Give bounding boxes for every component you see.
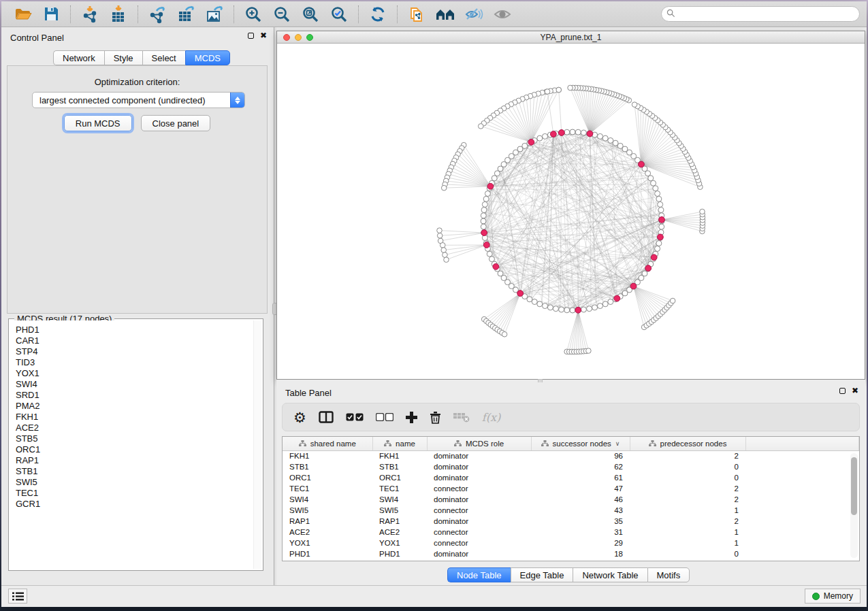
- network-node[interactable]: [537, 135, 543, 141]
- select-all-columns-button[interactable]: [346, 413, 364, 421]
- tab-edge-table[interactable]: Edge Table: [511, 567, 573, 582]
- network-node[interactable]: [597, 133, 602, 139]
- table-cell[interactable]: SWI4: [372, 494, 427, 505]
- table-cell[interactable]: 96: [531, 450, 630, 461]
- table-cell[interactable]: [745, 494, 859, 505]
- mcds-result-item[interactable]: FKH1: [16, 412, 253, 423]
- mcds-hub-node[interactable]: [575, 307, 581, 313]
- table-cell[interactable]: [745, 548, 859, 559]
- network-node[interactable]: [700, 209, 705, 214]
- table-cell[interactable]: FKH1: [372, 450, 427, 461]
- network-node[interactable]: [489, 257, 494, 262]
- zoom-fit-button[interactable]: [296, 3, 325, 25]
- mcds-hub-node[interactable]: [550, 131, 556, 137]
- close-panel-button-mcds[interactable]: Close panel: [141, 115, 211, 131]
- network-node[interactable]: [492, 176, 497, 181]
- mcds-hub-node[interactable]: [487, 183, 494, 189]
- mcds-hub-node[interactable]: [630, 283, 637, 289]
- network-node[interactable]: [532, 299, 537, 305]
- zoom-out-button[interactable]: [268, 3, 296, 25]
- table-cell[interactable]: connector: [427, 527, 531, 538]
- network-node[interactable]: [437, 233, 443, 239]
- network-node[interactable]: [553, 306, 558, 312]
- first-neighbors-button[interactable]: [431, 3, 460, 25]
- network-node[interactable]: [592, 305, 598, 310]
- column-header-successor-nodes[interactable]: successor nodes∨: [531, 437, 630, 450]
- mcds-hub-node[interactable]: [517, 291, 524, 297]
- network-node[interactable]: [481, 224, 486, 229]
- network-node[interactable]: [613, 140, 618, 146]
- export-network-button[interactable]: [143, 3, 172, 25]
- mcds-result-item[interactable]: PHD1: [16, 325, 253, 335]
- table-cell[interactable]: 29: [531, 538, 630, 548]
- network-node[interactable]: [581, 307, 586, 312]
- network-node[interactable]: [527, 297, 532, 302]
- table-cell[interactable]: 47: [531, 483, 630, 494]
- table-cell[interactable]: PHD1: [283, 548, 372, 559]
- mcds-hub-node[interactable]: [558, 130, 564, 136]
- table-cell[interactable]: [745, 538, 859, 548]
- mcds-hub-node[interactable]: [657, 234, 663, 240]
- table-cell[interactable]: 2: [630, 516, 745, 527]
- network-node[interactable]: [570, 129, 575, 135]
- network-node[interactable]: [608, 299, 613, 305]
- tab-node-table[interactable]: Node Table: [447, 567, 511, 582]
- table-cell[interactable]: dominator: [427, 494, 531, 505]
- deselect-all-columns-button[interactable]: [376, 413, 393, 421]
- table-cell[interactable]: 2: [630, 483, 745, 494]
- table-cell[interactable]: [745, 461, 859, 472]
- hide-selected-button[interactable]: [460, 3, 488, 25]
- mcds-hub-node[interactable]: [528, 139, 534, 146]
- table-cell[interactable]: connector: [427, 538, 531, 548]
- table-cell[interactable]: [745, 516, 859, 527]
- table-row[interactable]: PHD1PHD1dominator180: [283, 548, 859, 559]
- mcds-result-item[interactable]: GCR1: [16, 499, 253, 510]
- mcds-result-item[interactable]: YOX1: [16, 368, 253, 379]
- show-panels-menu-button[interactable]: [8, 589, 27, 604]
- refresh-layout-button[interactable]: [364, 3, 392, 25]
- mcds-result-item[interactable]: STB5: [16, 433, 253, 444]
- network-node[interactable]: [543, 303, 548, 309]
- network-node[interactable]: [564, 308, 570, 313]
- zoom-selected-button[interactable]: [325, 3, 353, 25]
- network-node[interactable]: [570, 308, 575, 313]
- table-cell[interactable]: dominator: [427, 450, 531, 461]
- mcds-hub-node[interactable]: [639, 161, 645, 167]
- mcds-hub-node[interactable]: [483, 242, 489, 248]
- mcds-result-item[interactable]: SWI4: [16, 379, 253, 390]
- table-cell[interactable]: 0: [630, 472, 745, 483]
- network-node[interactable]: [659, 224, 664, 229]
- memory-button[interactable]: Memory: [805, 589, 861, 604]
- table-cell[interactable]: RAP1: [283, 516, 372, 527]
- network-node[interactable]: [478, 124, 483, 129]
- tab-select[interactable]: Select: [142, 50, 185, 65]
- network-node[interactable]: [441, 248, 447, 253]
- network-node[interactable]: [556, 87, 562, 93]
- mcds-hub-node[interactable]: [481, 230, 487, 236]
- mcds-result-item[interactable]: RAP1: [16, 455, 253, 466]
- mcds-result-item[interactable]: TEC1: [16, 488, 253, 499]
- table-cell[interactable]: dominator: [427, 461, 531, 472]
- table-cell[interactable]: 0: [630, 461, 745, 472]
- open-file-button[interactable]: [8, 3, 37, 25]
- mcds-result-item[interactable]: SRD1: [16, 390, 253, 401]
- network-node[interactable]: [502, 331, 507, 337]
- table-cell[interactable]: dominator: [427, 516, 531, 527]
- table-cell[interactable]: TEC1: [283, 483, 372, 494]
- close-panel-button[interactable]: ✖: [260, 33, 267, 39]
- table-cell[interactable]: ACE2: [372, 527, 427, 538]
- table-cell[interactable]: SWI5: [372, 505, 427, 516]
- table-cell[interactable]: dominator: [427, 548, 531, 559]
- network-node[interactable]: [617, 143, 623, 148]
- table-row[interactable]: YOX1YOX1connector291: [283, 538, 859, 548]
- table-cell[interactable]: 2: [630, 494, 745, 505]
- network-node[interactable]: [575, 129, 581, 135]
- table-cell[interactable]: connector: [427, 505, 531, 516]
- show-all-button[interactable]: [488, 3, 517, 25]
- network-node[interactable]: [602, 135, 608, 141]
- mcds-list-scrollbar[interactable]: [253, 320, 261, 569]
- table-cell[interactable]: 0: [630, 548, 745, 559]
- tab-mcds[interactable]: MCDS: [185, 50, 230, 65]
- network-node[interactable]: [597, 303, 602, 309]
- column-header-name[interactable]: name: [372, 437, 427, 450]
